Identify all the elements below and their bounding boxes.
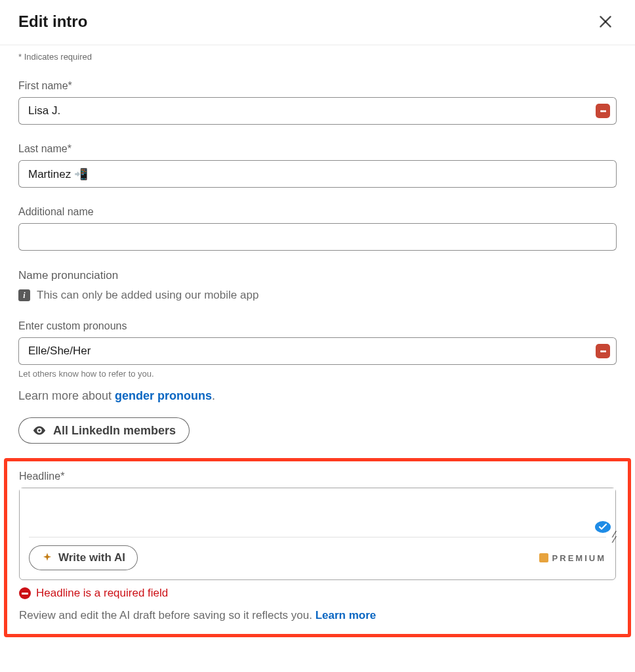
first-name-group: First name* ••• (18, 80, 617, 125)
first-name-label: First name* (18, 80, 617, 92)
pronouns-group: Enter custom pronouns ••• Let others kno… (18, 320, 617, 444)
pronouns-learn-more: Learn more about gender pronouns. (18, 389, 617, 403)
premium-icon (539, 553, 548, 562)
pronunciation-info: i This can only be added using our mobil… (18, 289, 617, 302)
password-extension-icon[interactable]: ••• (596, 104, 610, 118)
additional-name-group: Additional name (18, 206, 617, 251)
headline-container: ⁄⁄⁄⁄ Write with AI PREMIUM (19, 488, 616, 580)
premium-badge: PREMIUM (539, 553, 606, 563)
last-name-label: Last name* (18, 143, 617, 155)
password-extension-icon[interactable]: ••• (596, 344, 610, 358)
close-button[interactable] (594, 10, 617, 33)
visibility-selector[interactable]: All LinkedIn members (18, 417, 190, 444)
last-name-input[interactable] (18, 160, 617, 188)
eye-icon (32, 423, 47, 438)
headline-error: Headline is a required field (19, 587, 616, 600)
svg-point-2 (38, 429, 41, 432)
error-icon (19, 587, 31, 599)
pronunciation-section: Name pronunciation i This can only be ad… (18, 269, 617, 302)
modal-content: * Indicates required First name* ••• Las… (0, 45, 635, 444)
visibility-label: All LinkedIn members (53, 424, 176, 438)
headline-label: Headline* (19, 471, 616, 482)
pronouns-input[interactable] (18, 337, 617, 365)
pronunciation-label: Name pronunciation (18, 269, 617, 282)
gender-pronouns-link[interactable]: gender pronouns (115, 389, 212, 402)
grammar-check-icon[interactable] (594, 518, 611, 536)
first-name-input[interactable] (18, 97, 617, 125)
premium-label: PREMIUM (552, 553, 606, 563)
modal-header: Edit intro (0, 0, 635, 45)
pronunciation-info-text: This can only be added using our mobile … (37, 289, 258, 302)
info-icon: i (18, 289, 30, 301)
additional-name-input[interactable] (18, 223, 617, 251)
sparkle-icon (41, 552, 53, 564)
additional-name-label: Additional name (18, 206, 617, 218)
modal-title: Edit intro (18, 12, 87, 31)
close-icon (597, 13, 614, 30)
headline-input[interactable] (20, 488, 615, 534)
pronouns-label: Enter custom pronouns (18, 320, 617, 332)
ai-learn-more-link[interactable]: Learn more (316, 609, 377, 621)
write-with-ai-button[interactable]: Write with AI (29, 545, 138, 570)
required-indicator-note: * Indicates required (18, 52, 617, 62)
last-name-group: Last name* (18, 143, 617, 188)
ai-review-note: Review and edit the AI draft before savi… (19, 609, 616, 622)
headline-section-highlight: Headline* ⁄⁄⁄⁄ Write with AI PREMIUM Hea… (4, 458, 631, 637)
pronouns-helper: Let others know how to refer to you. (18, 369, 617, 379)
headline-error-text: Headline is a required field (36, 587, 168, 600)
headline-footer: Write with AI PREMIUM (20, 537, 615, 579)
ai-button-label: Write with AI (58, 551, 125, 564)
